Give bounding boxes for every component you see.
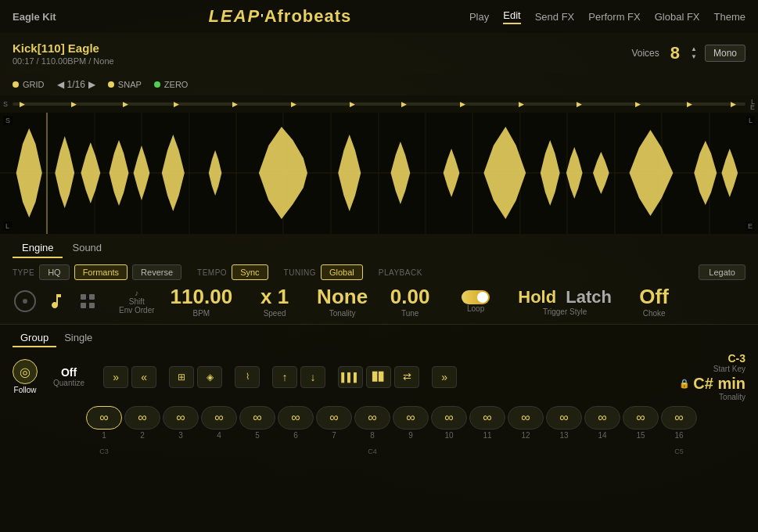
nav-edit[interactable]: Edit (503, 9, 520, 24)
tonality-block[interactable]: None Tonality (317, 285, 368, 318)
pad-12[interactable]: ∞ (508, 406, 544, 430)
grid-pattern-btn[interactable]: ⊞ (169, 366, 194, 388)
pad-8[interactable]: ∞ (354, 406, 390, 430)
diamond-btn[interactable]: ◈ (197, 366, 222, 388)
pad-col-14: ∞ 14 (584, 406, 620, 440)
engine-controls: TYPE HQ Formants Reverse TEMPO Sync TUNI… (0, 258, 758, 324)
voices-number: 8 (670, 43, 680, 63)
tonality-value: C# min (693, 375, 745, 393)
loop-block[interactable]: Loop (452, 290, 499, 313)
double-right-btn[interactable]: » (103, 366, 128, 388)
pad-15[interactable]: ∞ (623, 406, 659, 430)
pad-col-13: ∞ 13 (546, 406, 582, 440)
grid-icon[interactable] (75, 289, 100, 314)
melody-label: ♪ (135, 289, 138, 297)
top-nav: Eagle Kit LEAP'Afrobeats Play Edit Send … (0, 0, 758, 33)
mono-button[interactable]: Mono (705, 45, 745, 62)
nav-links: Play Edit Send FX Perform FX Global FX T… (469, 9, 745, 24)
nav-global-fx[interactable]: Global FX (655, 11, 700, 23)
grid-prev[interactable]: ◀ (57, 79, 64, 90)
up-btn[interactable]: ↑ (272, 366, 297, 388)
arrows-btn[interactable]: ⇄ (394, 366, 419, 388)
wf-l-bot-label: L (3, 221, 12, 231)
start-key-label: Start Key (713, 365, 745, 373)
trigger-style-block[interactable]: Hold Latch Trigger Style (518, 287, 612, 316)
grid-nav: ◀ 1/16 ▶ (57, 79, 95, 90)
sample-meta: 00:17 / 110.00BPM / None (13, 56, 631, 66)
pad-col-9: ∞ 9 (393, 406, 429, 440)
pad-3[interactable]: ∞ (163, 406, 199, 430)
tab-group[interactable]: Group (13, 329, 56, 347)
voices-arrows[interactable]: ▲ ▼ (691, 45, 697, 60)
sample-title: Kick[110] Eagle (13, 41, 631, 55)
header-right: Voices 8 ▲ ▼ Mono (631, 43, 745, 63)
dbl-right2-btn[interactable]: » (432, 366, 457, 388)
quantize-button[interactable]: Off Quantize (53, 366, 84, 387)
tune-block[interactable]: 0.00 Tune (386, 285, 433, 318)
pad-num-10: 10 (444, 431, 453, 440)
legato-button[interactable]: Legato (699, 264, 745, 280)
note-icon[interactable] (44, 289, 69, 314)
pad-col-4: ∞ 4 (201, 406, 237, 440)
pad-10[interactable]: ∞ (431, 406, 467, 430)
bpm-block[interactable]: 110.00 BPM (171, 285, 233, 318)
bars-btn[interactable]: ⌇ (235, 366, 260, 388)
pad-5[interactable]: ∞ (239, 406, 275, 430)
tab-engine[interactable]: Engine (13, 239, 63, 258)
bars2-btn[interactable]: ▊▊ (366, 366, 391, 388)
reverse-button[interactable]: Reverse (132, 264, 181, 280)
sync-button[interactable]: Sync (232, 264, 268, 280)
hq-button[interactable]: HQ (39, 264, 70, 280)
speed-label: Speed (264, 309, 286, 318)
pad-11[interactable]: ∞ (469, 406, 505, 430)
speed-block[interactable]: x 1 Speed (251, 285, 298, 318)
pad-col-5: ∞ 5 (239, 406, 275, 440)
nav-send-fx[interactable]: Send FX (535, 11, 575, 23)
pad-num-3: 3 (178, 431, 183, 440)
marker-arrows: ▶ ▶ ▶ ▶ ▶ ▶ ▶ ▶ ▶ ▶ ▶ ▶ ▶ ▶ (13, 102, 745, 106)
pad-col-10: ∞ 10 (431, 406, 467, 440)
double-left-btn[interactable]: « (131, 366, 156, 388)
grid-next[interactable]: ▶ (88, 79, 95, 90)
global-button[interactable]: Global (321, 264, 363, 280)
nav-perform-fx[interactable]: Perform FX (588, 11, 640, 23)
formants-button[interactable]: Formants (74, 264, 128, 280)
bars3-btn[interactable]: ▌▌▌ (338, 366, 363, 388)
follow-button[interactable]: ◎ Follow (13, 359, 38, 394)
tab-single[interactable]: Single (56, 329, 100, 347)
circle-icon[interactable] (13, 289, 38, 314)
choke-label: Choke (643, 309, 666, 318)
pad-num-9: 9 (408, 431, 413, 440)
grid-item: GRID (13, 80, 45, 89)
strip-e-label: E (750, 103, 755, 111)
pad-4[interactable]: ∞ (201, 406, 237, 430)
choke-block[interactable]: Off Choke (630, 285, 677, 318)
zero-item: ZERO (154, 80, 189, 89)
right-info: C-3 Start Key 🔒 C# min Tonality (679, 352, 745, 401)
pad-7[interactable]: ∞ (316, 406, 352, 430)
pad-9[interactable]: ∞ (393, 406, 429, 430)
pads-row: ∞ 1 ∞ 2 ∞ 3 ∞ 4 ∞ 5 ∞ 6 (0, 406, 758, 443)
down-btn[interactable]: ↓ (300, 366, 325, 388)
pad-2[interactable]: ∞ (124, 406, 160, 430)
nav-play[interactable]: Play (469, 11, 489, 23)
pad-14[interactable]: ∞ (584, 406, 620, 430)
marker-arrow-14: ▶ (731, 100, 736, 108)
pad-num-1: 1 (102, 431, 106, 440)
marker-strip[interactable]: S ▶ ▶ ▶ ▶ ▶ ▶ ▶ ▶ ▶ ▶ ▶ ▶ ▶ ▶ (0, 95, 758, 113)
tab-sound[interactable]: Sound (63, 239, 111, 258)
pad-6[interactable]: ∞ (278, 406, 314, 430)
zero-label: ZERO (164, 80, 189, 89)
note-c5: C5 (661, 443, 697, 457)
pad-col-6: ∞ 6 (278, 406, 314, 440)
waveform-main[interactable]: S L (0, 113, 758, 234)
pad-16[interactable]: ∞ (661, 406, 697, 430)
nav-theme[interactable]: Theme (714, 11, 745, 23)
header: Kick[110] Eagle 00:17 / 110.00BPM / None… (0, 33, 758, 74)
circle-dot-icon (14, 290, 36, 312)
quantize-label: Quantize (53, 379, 84, 387)
pad-13[interactable]: ∞ (546, 406, 582, 430)
tonality-row: 🔒 C# min (679, 375, 745, 393)
pad-1[interactable]: ∞ (86, 406, 122, 430)
loop-toggle[interactable] (462, 290, 490, 304)
